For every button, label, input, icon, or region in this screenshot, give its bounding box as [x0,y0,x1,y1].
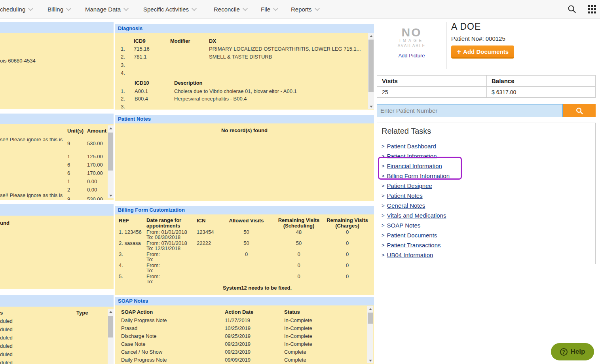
units-cell: 1 [67,154,70,159]
scroll-up-arrow[interactable] [108,125,114,131]
soap-notes-panel-body: SOAP Action Action Date Status Daily Pro… [115,305,374,364]
column-header-amount: Amount [87,128,106,134]
task-link-vitals-and-medications[interactable]: >Vitals and Medications [382,212,446,219]
no-image-text: AVAILABLE [377,43,446,48]
action-date-cell: 09/23/2019 [225,341,251,347]
scrollbar[interactable] [367,306,373,363]
to-cell: To: [146,267,153,273]
add-documents-button[interactable]: + Add Documents [451,46,514,59]
chevron-right-icon: > [382,242,385,248]
column-header-icd9: ICD9 [134,38,146,44]
chevron-right-icon: > [382,163,385,169]
scroll-down-arrow[interactable] [367,358,373,363]
column-header-soap-action: SOAP Action [121,309,153,315]
search-icon[interactable] [567,4,577,14]
scroll-down-arrow[interactable] [368,104,374,109]
task-link-patient-information[interactable]: >Patient Information [382,153,437,159]
patient-search-button[interactable] [563,104,596,117]
panel-title: SOAP Notes [118,298,148,304]
question-circle-icon: ? [560,348,568,356]
task-link-patient-designee[interactable]: >Patient Designee [382,182,432,189]
panel-title: Diagnosis [118,25,142,31]
visits-balance-table: Visits Balance 25 $ 6317.00 [377,75,596,98]
scroll-up-arrow[interactable] [368,33,374,39]
column-header-allowed-visits: Allowed Visits [222,218,271,224]
help-button[interactable]: ? Help [551,343,594,360]
nav-item-manage-data[interactable]: Manage Data [85,0,128,18]
ref-cell: 3. [119,251,123,257]
nav-item-specific-activities[interactable]: Specific Activities [143,0,196,18]
charges-cell: 0 [321,240,374,246]
add-picture-link[interactable]: Add Picture [398,53,425,59]
left-panel-header-4 [0,295,114,307]
related-tasks-title: Related Tasks [382,127,431,136]
scroll-down-arrow[interactable] [108,193,114,198]
scrollbar[interactable] [368,33,374,109]
task-link-patient-dashboard[interactable]: >Patient Dashboard [382,143,436,150]
icd10-code: B00.4 [135,96,148,102]
apps-grid-icon[interactable] [587,4,596,14]
nav-item-reconcile[interactable]: Reconcile [214,0,247,18]
task-link-ub04-information[interactable]: >UB04 Information [382,252,433,258]
column-header-remaining-scheduling: Remaining Visits (Scheduling) [271,218,327,229]
chevron-down-icon [66,6,71,11]
nav-item-file[interactable]: File [261,0,277,18]
charges-cell: 0 [321,262,374,268]
charges-cell: 0 [321,273,374,279]
scrollbar[interactable] [108,125,114,198]
scrollbar-thumb[interactable] [108,316,113,337]
task-link-patient-documents[interactable]: >Patient Documents [382,232,437,239]
column-header-remaining-charges: Remaining Visits (Charges) [321,218,374,229]
to-cell: To: 06/30/2018 [146,234,180,240]
icd10-code: A00.1 [135,88,148,94]
help-label: Help [571,348,585,356]
icd9-dx: SMELL & TASTE DISTURB [209,54,272,60]
units-cell: 6 [67,170,70,176]
task-link-soap-notes[interactable]: >SOAP Notes [382,222,420,229]
patient-notes-panel-header: Patient Notes [115,115,374,123]
chevron-right-icon: > [382,173,385,179]
units-cell: 6 [67,162,70,168]
nav-item-scheduling[interactable]: cheduling [0,0,32,18]
row-number: 3. [121,62,125,68]
nav-item-billing[interactable]: Billing [47,0,70,18]
soap-notes-panel-header: SOAP Notes [115,297,374,305]
chevron-down-icon [315,6,320,11]
column-header-date-range: Date range for appointments [146,218,189,229]
soap-action-cell: Cancel / No Show [121,349,162,355]
scrollbar-thumb[interactable] [368,40,374,92]
scrollbar-thumb[interactable] [108,133,113,171]
task-link-billing-form-information[interactable]: >Billing Form Information [382,173,450,179]
units-cell: 9 [67,140,70,146]
visits-header: Visits [377,76,486,87]
task-link-patient-notes[interactable]: >Patient Notes [382,192,423,199]
task-link-general-notes[interactable]: >General Notes [382,202,425,209]
task-link-financial-information[interactable]: >Financial Information [382,163,442,169]
chevron-down-icon [123,6,129,11]
task-link-patient-transactions[interactable]: >Patient Transactions [382,242,441,248]
chevron-right-icon: > [382,212,385,218]
chevron-right-icon: > [382,232,385,238]
chevron-down-icon [28,6,33,11]
to-cell: To: [146,256,153,262]
search-icon [575,107,583,115]
scrollbar[interactable] [108,309,114,364]
add-documents-label: Add Documents [463,48,509,55]
chevron-down-icon [192,6,197,11]
scroll-up-arrow[interactable] [108,309,114,315]
ref-cell: 4. [119,262,123,268]
icn-cell: 123454 [197,229,214,235]
column-header-type: Type [76,310,88,316]
allowed-cell: 50 [222,240,271,246]
row-number: 1. [121,46,125,52]
patient-number-input[interactable] [377,104,563,117]
scrollbar-thumb[interactable] [368,313,373,324]
scroll-up-arrow[interactable] [367,306,373,312]
column-header-icd10: ICD10 [135,80,149,86]
column-header-action-date: Action Date [225,309,253,315]
patient-search [377,104,596,117]
nav-item-label: Manage Data [85,6,121,13]
nav-item-reports[interactable]: Reports [291,0,319,18]
billing-form-panel-body: REF Date range for appointments ICN Allo… [115,214,374,295]
status-cell: In-Complete [284,341,312,347]
